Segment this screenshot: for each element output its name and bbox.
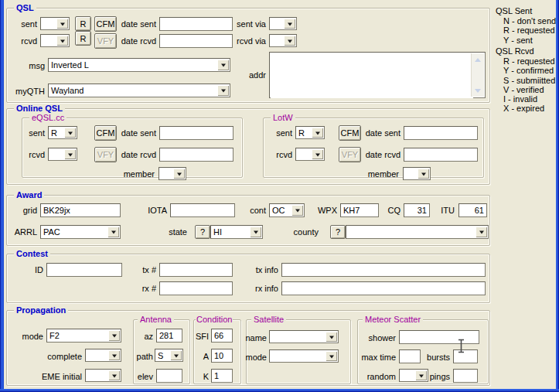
qsl-rcvd-label: rcvd (6, 36, 37, 46)
satellite-name-combo[interactable] (269, 330, 339, 343)
award-cont-combo[interactable]: OC (269, 203, 305, 217)
qsl-requested-sent-button[interactable]: R (75, 16, 91, 31)
chevron-down-icon[interactable] (217, 85, 229, 96)
propagation-section-title: Propagation (14, 306, 68, 315)
qsl-msg-combo[interactable]: Inverted L (48, 58, 230, 72)
qsl-rcvd-combo[interactable] (40, 34, 70, 47)
satellite-mode-combo[interactable] (269, 349, 339, 363)
condition-sfi-field[interactable] (211, 329, 233, 343)
qsl-date-rcvd-field[interactable] (159, 34, 233, 48)
chevron-down-icon[interactable] (108, 330, 120, 341)
scroll-up-icon[interactable] (472, 54, 484, 65)
qsl-myqth-combo[interactable]: Wayland (48, 84, 230, 97)
combo-value: R (298, 128, 305, 138)
chevron-down-icon[interactable] (284, 36, 295, 46)
state-help-button[interactable]: ? (195, 225, 210, 239)
satellite-mode-label: mode (241, 353, 267, 362)
chevron-down-icon[interactable] (56, 19, 68, 29)
award-itu-field[interactable] (458, 203, 487, 217)
addr-textarea[interactable] (271, 53, 473, 98)
combo-value: HI (213, 227, 222, 237)
lotw-date-sent-field[interactable] (404, 126, 478, 140)
award-state-combo[interactable]: HI (210, 225, 263, 239)
eqsl-member-combo[interactable] (158, 167, 186, 180)
award-county-combo[interactable] (346, 225, 489, 239)
legend-item: R - requested (503, 26, 556, 35)
antenna-path-combo[interactable]: S (155, 349, 183, 362)
legend-qsl-sent-items: N - don't send R - requested Y - sent (503, 16, 556, 45)
contest-tx-info-field[interactable] (281, 263, 486, 277)
prop-complete-label: complete (31, 352, 82, 361)
prop-eme-initial-label: EME initial (23, 372, 82, 381)
contest-tx-num-field[interactable] (159, 263, 233, 277)
lotw-date-rcvd-field[interactable] (404, 148, 478, 162)
lotw-vfy-button: VFY (339, 147, 361, 162)
county-help-button[interactable]: ? (330, 225, 346, 239)
eqsl-date-sent-field[interactable] (159, 126, 233, 140)
lotw-rcvd-combo[interactable] (295, 148, 325, 161)
meteor-pings-field[interactable] (453, 369, 478, 383)
chevron-down-icon[interactable] (250, 227, 261, 237)
qsl-requested-rcvd-button[interactable]: R (75, 31, 91, 46)
condition-k-field[interactable] (211, 369, 233, 383)
scroll-down-icon[interactable] (472, 85, 484, 96)
chevron-down-icon[interactable] (64, 149, 76, 159)
chevron-down-icon[interactable] (56, 36, 68, 46)
chevron-down-icon[interactable] (312, 149, 323, 159)
qsl-date-rcvd-label: date rcvd (118, 36, 156, 46)
lotw-sent-combo[interactable]: R (295, 126, 325, 139)
qsl-date-sent-field[interactable] (159, 17, 233, 31)
award-arrl-combo[interactable]: PAC (40, 225, 121, 239)
combo-value: PAC (43, 227, 60, 237)
prop-complete-combo[interactable] (85, 349, 121, 362)
antenna-elev-field[interactable] (156, 369, 182, 383)
chevron-down-icon[interactable] (312, 128, 323, 138)
contest-rx-num-field[interactable] (159, 281, 233, 295)
addr-scrollbar[interactable] (471, 53, 484, 97)
meteor-max-time-field[interactable] (399, 349, 421, 363)
chevron-down-icon[interactable] (326, 332, 337, 342)
chevron-down-icon[interactable] (108, 370, 120, 380)
eqsl-cfm-button[interactable]: CFM (94, 125, 117, 141)
meteor-random-combo[interactable] (399, 369, 428, 382)
chevron-down-icon[interactable] (107, 227, 119, 237)
contest-rx-info-field[interactable] (281, 281, 486, 295)
chevron-down-icon[interactable] (108, 350, 120, 360)
prop-eme-initial-combo[interactable] (85, 369, 121, 382)
chevron-down-icon[interactable] (326, 351, 337, 361)
chevron-down-icon[interactable] (64, 128, 76, 138)
chevron-down-icon[interactable] (284, 19, 295, 29)
lotw-member-combo[interactable] (403, 167, 431, 180)
meteor-shower-field[interactable] (399, 330, 479, 344)
lotw-cfm-button[interactable]: CFM (339, 125, 361, 141)
eqsl-rcvd-combo[interactable] (48, 148, 77, 161)
award-cq-field[interactable] (404, 203, 430, 217)
combo-value: R (51, 128, 57, 138)
combo-value: Wayland (51, 86, 84, 95)
qsl-msg-label: msg (6, 61, 45, 70)
chevron-down-icon[interactable] (418, 169, 429, 179)
condition-a-field[interactable] (211, 349, 233, 363)
legend-item: I - invalid (503, 94, 555, 104)
chevron-down-icon[interactable] (475, 227, 487, 237)
chevron-down-icon[interactable] (291, 205, 303, 216)
qsl-sent-via-combo[interactable] (269, 17, 297, 30)
legend-item: X - expired (503, 104, 555, 113)
prop-mode-combo[interactable]: F2 (46, 329, 121, 343)
qsl-sent-combo[interactable] (40, 17, 70, 30)
chevron-down-icon[interactable] (173, 169, 185, 179)
chevron-down-icon[interactable] (217, 60, 229, 70)
contest-id-field[interactable] (46, 263, 122, 277)
legend-qsl-rcvd-title: QSL Rcvd (496, 46, 534, 56)
award-iota-field[interactable] (170, 203, 235, 217)
qsl-cfm-button[interactable]: CFM (94, 16, 117, 32)
eqsl-date-rcvd-field[interactable] (159, 148, 233, 162)
prop-mode-label: mode (6, 332, 43, 341)
award-grid-field[interactable] (40, 203, 121, 217)
qsl-rcvd-via-combo[interactable] (269, 34, 297, 47)
eqsl-sent-combo[interactable]: R (48, 126, 77, 139)
antenna-az-field[interactable] (156, 329, 182, 343)
combo-value: F2 (49, 331, 60, 340)
chevron-down-icon[interactable] (170, 350, 182, 360)
award-wpx-field[interactable] (340, 203, 379, 217)
